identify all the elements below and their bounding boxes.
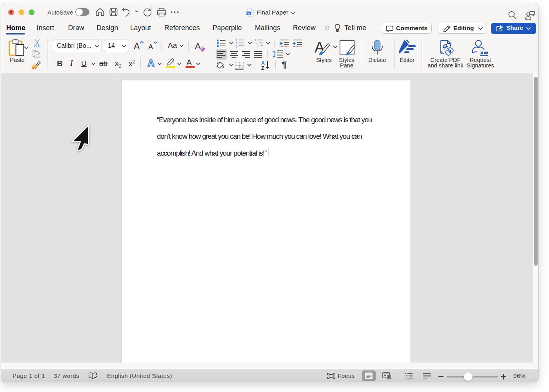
svg-text:W: W [247, 12, 251, 15]
svg-text:1: 1 [255, 39, 256, 42]
svg-text:i: i [257, 45, 258, 47]
svg-text:a: a [256, 42, 257, 45]
svg-text:Z: Z [261, 65, 264, 70]
svg-text:A: A [187, 58, 192, 67]
svg-text:A: A [148, 43, 153, 51]
svg-text:A: A [134, 41, 140, 51]
svg-text:A: A [147, 58, 155, 68]
svg-text:A: A [195, 41, 201, 51]
svg-text:3: 3 [236, 45, 237, 47]
svg-text:A: A [261, 60, 265, 66]
